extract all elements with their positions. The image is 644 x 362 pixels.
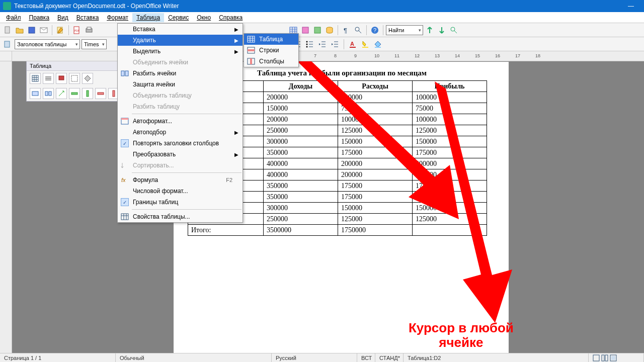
table-cell[interactable]: 350000 bbox=[264, 192, 338, 203]
table-cell[interactable]: 300000 bbox=[264, 136, 338, 147]
table-cell[interactable]: 125000 bbox=[338, 214, 413, 225]
table-cell[interactable]: 350000 bbox=[264, 147, 338, 158]
table-insert-icon[interactable] bbox=[30, 73, 41, 84]
help-icon[interactable]: ? bbox=[369, 25, 380, 36]
font-color-icon[interactable]: A bbox=[347, 39, 358, 50]
merge-cells-icon[interactable] bbox=[30, 88, 41, 99]
mi-convert[interactable]: Преобразовать▶ bbox=[118, 149, 243, 160]
ins-row-icon[interactable] bbox=[69, 88, 80, 99]
table-cell[interactable]: 300000 bbox=[264, 203, 338, 214]
table-cell[interactable]: 175000 bbox=[338, 180, 413, 192]
border-color-icon[interactable] bbox=[56, 73, 67, 84]
table-cell[interactable]: 175000 bbox=[413, 147, 487, 158]
table-cell[interactable]: 250000 bbox=[264, 214, 338, 225]
table-cell[interactable]: Итого: bbox=[188, 225, 264, 236]
menu-view[interactable]: Вид bbox=[53, 13, 72, 22]
nonprinting-icon[interactable]: ¶ bbox=[341, 25, 352, 36]
menu-table[interactable]: Таблица bbox=[132, 13, 164, 22]
mi-sort[interactable]: Сортировать... bbox=[118, 160, 243, 171]
mi-numfmt[interactable]: Числовой формат... bbox=[118, 186, 243, 197]
pdf-icon[interactable]: PDF bbox=[71, 25, 83, 36]
sub-cols[interactable]: Столбцы bbox=[244, 56, 298, 67]
find-input[interactable]: Найти bbox=[386, 25, 423, 35]
menu-format[interactable]: Формат bbox=[103, 13, 132, 22]
table-cell[interactable]: 200000 bbox=[338, 169, 413, 180]
status-view-icons[interactable] bbox=[589, 353, 644, 362]
table-cell[interactable]: 150000 bbox=[413, 136, 487, 147]
table-cell[interactable]: 1750000 bbox=[338, 225, 413, 236]
table-cell[interactable]: 100000 bbox=[413, 92, 487, 103]
minimize-button[interactable]: — bbox=[621, 3, 641, 10]
table-cell[interactable]: 125000 bbox=[413, 214, 487, 225]
mi-autoformat[interactable]: Автоформат... bbox=[118, 116, 243, 127]
menu-help[interactable]: Справка bbox=[215, 13, 247, 22]
table-cell[interactable]: 175000 bbox=[413, 192, 487, 203]
menu-edit[interactable]: Правка bbox=[25, 13, 54, 22]
open-icon[interactable] bbox=[14, 25, 25, 36]
mi-autosize[interactable]: Автоподбор▶ bbox=[118, 127, 243, 138]
highlight-icon[interactable] bbox=[360, 39, 371, 50]
mi-split-t[interactable]: Разбить таблицу bbox=[118, 101, 243, 112]
mi-repeat[interactable]: ✓Повторять заголовки столбцов bbox=[118, 138, 243, 149]
sub-table[interactable]: Таблица bbox=[244, 34, 298, 45]
find-prev-icon[interactable] bbox=[424, 25, 435, 36]
gallery-icon[interactable] bbox=[312, 25, 323, 36]
del-row-icon[interactable] bbox=[95, 88, 106, 99]
find-next-icon[interactable] bbox=[436, 25, 447, 36]
mi-merge[interactable]: Объединить ячейки bbox=[118, 57, 243, 68]
menu-insert[interactable]: Вставка bbox=[72, 13, 103, 22]
bg-icon[interactable] bbox=[82, 73, 93, 84]
zoom-icon[interactable] bbox=[353, 25, 364, 36]
bullet-list-icon[interactable] bbox=[304, 39, 315, 50]
table-cell[interactable]: 175000 bbox=[338, 147, 413, 158]
mi-delete[interactable]: Удалить▶ bbox=[118, 35, 243, 46]
table-cell[interactable]: 3500000 bbox=[264, 225, 338, 236]
menu-window[interactable]: Окно bbox=[193, 13, 215, 22]
menu-file[interactable]: Файл bbox=[2, 13, 25, 22]
email-icon[interactable] bbox=[38, 25, 49, 36]
styles-window-icon[interactable] bbox=[2, 39, 13, 50]
data-sources-icon[interactable] bbox=[324, 25, 335, 36]
new-doc-icon[interactable] bbox=[2, 25, 13, 36]
outdent-icon[interactable] bbox=[317, 39, 328, 50]
styles-icon[interactable] bbox=[300, 25, 311, 36]
print-icon[interactable] bbox=[84, 25, 95, 36]
find-dialog-icon[interactable] bbox=[448, 25, 459, 36]
mi-merge-t[interactable]: Объединить таблицу bbox=[118, 90, 243, 101]
table-cell[interactable]: 400000 bbox=[264, 158, 338, 169]
sub-rows[interactable]: Строки bbox=[244, 45, 298, 56]
line-style-icon[interactable] bbox=[43, 73, 54, 84]
mi-protect[interactable]: Защита ячейки bbox=[118, 79, 243, 90]
split-cells-icon[interactable] bbox=[43, 88, 54, 99]
status-style[interactable]: Обычный bbox=[116, 353, 272, 362]
table-cell[interactable]: 200000 bbox=[264, 92, 338, 103]
mi-select[interactable]: Выделить▶ bbox=[118, 46, 243, 57]
table-cell[interactable]: 175000 bbox=[413, 180, 487, 192]
table-row[interactable]: Итого:35000001750000 bbox=[188, 225, 487, 236]
table-cell[interactable]: 150000 bbox=[338, 136, 413, 147]
status-insert[interactable]: ВСТ bbox=[357, 353, 375, 362]
status-lang[interactable]: Русский bbox=[272, 353, 357, 362]
table-cell[interactable]: 150000 bbox=[264, 103, 338, 114]
table-cell[interactable]: 200000 bbox=[413, 158, 487, 169]
mi-formula[interactable]: fxФормулаF2 bbox=[118, 174, 243, 186]
ruler-horizontal[interactable]: 6789101112131415161718 bbox=[0, 51, 644, 61]
menu-tools[interactable]: Сервис bbox=[164, 13, 193, 22]
ruler-vertical[interactable] bbox=[0, 61, 12, 353]
status-sel[interactable]: СТАНД * bbox=[375, 353, 404, 362]
bg-color-icon[interactable] bbox=[372, 39, 383, 50]
table-cell[interactable]: 250000 bbox=[264, 125, 338, 136]
table-cell[interactable]: 150000 bbox=[413, 203, 487, 214]
edit-doc-icon[interactable] bbox=[55, 25, 66, 36]
table-cell[interactable]: 100000 bbox=[413, 114, 487, 125]
table-cell[interactable]: 75000 bbox=[413, 103, 487, 114]
table-cell[interactable]: 350000 bbox=[264, 180, 338, 192]
table-cell[interactable]: 200000 bbox=[264, 114, 338, 125]
table-cell[interactable]: 100000 bbox=[338, 114, 413, 125]
optimize-icon[interactable] bbox=[56, 88, 67, 99]
document-canvas[interactable]: Таблица учета прибыли организации по мес… bbox=[12, 61, 644, 353]
table-cell[interactable]: 400000 bbox=[264, 169, 338, 180]
table-cell[interactable] bbox=[413, 225, 487, 236]
table-cell[interactable]: 75000 bbox=[338, 103, 413, 114]
mi-props[interactable]: Свойства таблицы... bbox=[118, 211, 243, 222]
